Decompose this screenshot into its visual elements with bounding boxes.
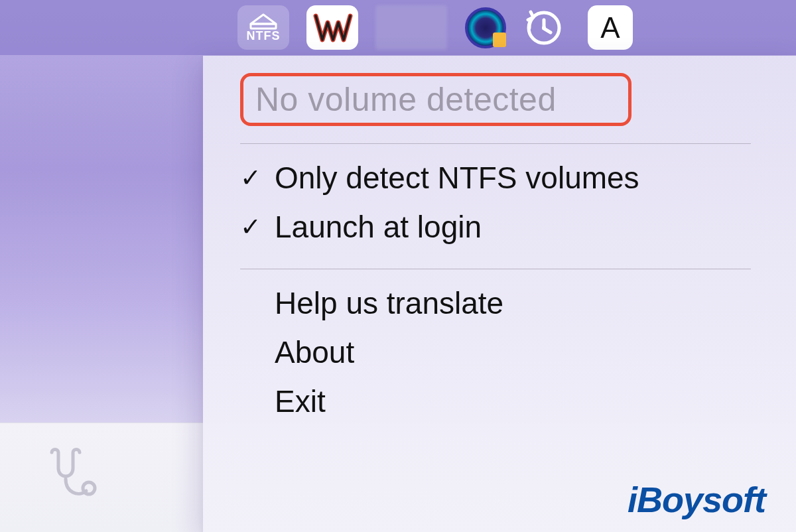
menu-item-label: Only detect NTFS volumes — [275, 160, 639, 196]
menubar: NTFS A — [0, 0, 796, 55]
drive-icon — [248, 12, 279, 31]
divider — [240, 269, 751, 269]
menubar-a-item[interactable]: A — [588, 5, 633, 50]
menu-item-label: Help us translate — [275, 285, 503, 321]
svg-rect-0 — [251, 24, 276, 29]
record-icon — [465, 7, 506, 48]
menu-item-exit[interactable]: ✓ Exit — [240, 377, 767, 426]
svg-point-3 — [83, 482, 95, 494]
menubar-timemachine[interactable] — [524, 8, 564, 48]
svg-point-2 — [542, 26, 546, 30]
menu-item-label: Launch at login — [275, 209, 482, 245]
ntfs-dropdown-panel: No volume detected ✓ Only detect NTFS vo… — [203, 56, 796, 532]
menu-item-launch-login[interactable]: ✓ Launch at login — [240, 202, 767, 251]
menubar-blurred-item[interactable] — [375, 5, 447, 50]
menubar-wps-app[interactable] — [306, 5, 358, 50]
menubar-ntfs-app[interactable]: NTFS — [237, 5, 289, 50]
menu-section-options: ✓ Only detect NTFS volumes ✓ Launch at l… — [240, 153, 767, 251]
checkmark-icon: ✓ — [240, 212, 267, 241]
annotation-highlight: No volume detected — [240, 73, 631, 126]
menu-section-actions: ✓ Help us translate ✓ About ✓ Exit — [240, 279, 767, 426]
ntfs-label: NTFS — [247, 29, 281, 43]
menu-item-label: Exit — [275, 383, 326, 419]
stethoscope-icon — [38, 444, 98, 507]
menu-item-label: About — [275, 334, 354, 370]
letter-a-label: A — [600, 11, 620, 44]
menubar-circle-app[interactable] — [464, 5, 507, 50]
timemachine-icon — [524, 8, 564, 48]
watermark: iBoysoft — [628, 479, 765, 520]
divider — [240, 143, 751, 144]
checkmark-icon: ✓ — [240, 163, 267, 192]
menu-item-translate[interactable]: ✓ Help us translate — [240, 279, 767, 328]
wps-icon — [312, 12, 353, 44]
status-no-volume: No volume detected — [255, 80, 616, 119]
menu-item-about[interactable]: ✓ About — [240, 328, 767, 377]
menu-item-only-ntfs[interactable]: ✓ Only detect NTFS volumes — [240, 153, 767, 202]
